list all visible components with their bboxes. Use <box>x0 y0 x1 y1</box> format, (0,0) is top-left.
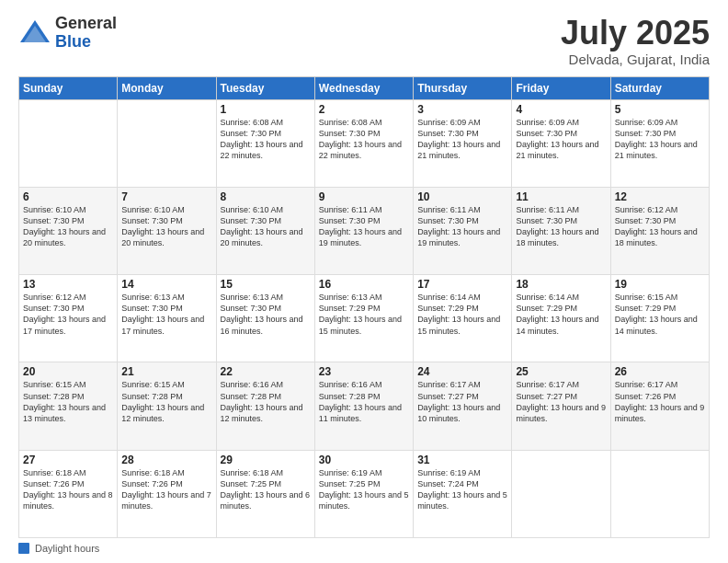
day-detail: Sunrise: 6:14 AM Sunset: 7:29 PM Dayligh… <box>516 292 606 337</box>
day-detail: Sunrise: 6:13 AM Sunset: 7:30 PM Dayligh… <box>121 292 211 337</box>
subtitle: Delvada, Gujarat, India <box>561 52 710 67</box>
day-number: 12 <box>615 190 705 203</box>
day-detail: Sunrise: 6:18 AM Sunset: 7:26 PM Dayligh… <box>121 467 211 512</box>
month-title: July 2025 <box>561 15 710 52</box>
calendar-week-row: 1Sunrise: 6:08 AM Sunset: 7:30 PM Daylig… <box>19 99 710 187</box>
logo-general: General <box>55 15 117 33</box>
day-detail: Sunrise: 6:15 AM Sunset: 7:29 PM Dayligh… <box>615 292 705 337</box>
day-number: 1 <box>221 103 311 116</box>
calendar-cell: 12Sunrise: 6:12 AM Sunset: 7:30 PM Dayli… <box>610 187 709 274</box>
calendar-table: SundayMondayTuesdayWednesdayThursdayFrid… <box>18 76 710 538</box>
calendar-cell: 8Sunrise: 6:10 AM Sunset: 7:30 PM Daylig… <box>216 187 314 274</box>
day-number: 2 <box>319 103 409 116</box>
day-number: 22 <box>221 365 311 378</box>
calendar-week-row: 20Sunrise: 6:15 AM Sunset: 7:28 PM Dayli… <box>19 362 710 450</box>
day-detail: Sunrise: 6:12 AM Sunset: 7:30 PM Dayligh… <box>23 292 113 337</box>
day-detail: Sunrise: 6:13 AM Sunset: 7:29 PM Dayligh… <box>319 292 409 337</box>
day-detail: Sunrise: 6:17 AM Sunset: 7:27 PM Dayligh… <box>417 379 507 424</box>
calendar-header-thursday: Thursday <box>414 76 512 99</box>
calendar-cell: 18Sunrise: 6:14 AM Sunset: 7:29 PM Dayli… <box>512 275 610 362</box>
day-detail: Sunrise: 6:10 AM Sunset: 7:30 PM Dayligh… <box>121 204 211 249</box>
calendar-cell: 20Sunrise: 6:15 AM Sunset: 7:28 PM Dayli… <box>19 362 118 450</box>
calendar-cell: 3Sunrise: 6:09 AM Sunset: 7:30 PM Daylig… <box>414 99 512 187</box>
calendar-cell: 14Sunrise: 6:13 AM Sunset: 7:30 PM Dayli… <box>118 275 216 362</box>
day-number: 11 <box>516 190 606 203</box>
day-detail: Sunrise: 6:18 AM Sunset: 7:25 PM Dayligh… <box>221 467 311 512</box>
logo: General Blue <box>18 15 117 52</box>
logo-blue: Blue <box>55 33 117 52</box>
calendar-cell: 25Sunrise: 6:17 AM Sunset: 7:27 PM Dayli… <box>512 362 610 450</box>
day-detail: Sunrise: 6:09 AM Sunset: 7:30 PM Dayligh… <box>615 117 705 162</box>
day-detail: Sunrise: 6:09 AM Sunset: 7:30 PM Dayligh… <box>417 117 507 162</box>
footer-label: Daylight hours <box>35 543 99 554</box>
calendar-cell <box>610 450 709 537</box>
day-detail: Sunrise: 6:09 AM Sunset: 7:30 PM Dayligh… <box>516 117 606 162</box>
calendar-header-sunday: Sunday <box>19 76 118 99</box>
calendar-cell: 13Sunrise: 6:12 AM Sunset: 7:30 PM Dayli… <box>19 275 118 362</box>
day-detail: Sunrise: 6:11 AM Sunset: 7:30 PM Dayligh… <box>417 204 507 249</box>
calendar-cell: 23Sunrise: 6:16 AM Sunset: 7:28 PM Dayli… <box>314 362 413 450</box>
day-detail: Sunrise: 6:18 AM Sunset: 7:26 PM Dayligh… <box>23 467 113 512</box>
day-number: 23 <box>319 365 409 378</box>
calendar-week-row: 6Sunrise: 6:10 AM Sunset: 7:30 PM Daylig… <box>19 187 710 274</box>
calendar-cell: 21Sunrise: 6:15 AM Sunset: 7:28 PM Dayli… <box>118 362 216 450</box>
day-detail: Sunrise: 6:17 AM Sunset: 7:26 PM Dayligh… <box>615 379 705 424</box>
day-number: 16 <box>319 278 409 291</box>
calendar-cell: 19Sunrise: 6:15 AM Sunset: 7:29 PM Dayli… <box>610 275 709 362</box>
day-number: 27 <box>23 454 113 466</box>
day-number: 17 <box>417 278 507 291</box>
calendar-cell: 16Sunrise: 6:13 AM Sunset: 7:29 PM Dayli… <box>314 275 413 362</box>
calendar-cell: 7Sunrise: 6:10 AM Sunset: 7:30 PM Daylig… <box>118 187 216 274</box>
calendar-header-row: SundayMondayTuesdayWednesdayThursdayFrid… <box>19 76 710 99</box>
footer-dot <box>18 543 29 554</box>
day-detail: Sunrise: 6:19 AM Sunset: 7:25 PM Dayligh… <box>319 467 409 512</box>
calendar-cell: 27Sunrise: 6:18 AM Sunset: 7:26 PM Dayli… <box>19 450 118 537</box>
day-number: 9 <box>319 190 409 203</box>
day-detail: Sunrise: 6:13 AM Sunset: 7:30 PM Dayligh… <box>221 292 311 337</box>
calendar-cell: 5Sunrise: 6:09 AM Sunset: 7:30 PM Daylig… <box>610 99 709 187</box>
day-detail: Sunrise: 6:19 AM Sunset: 7:24 PM Dayligh… <box>417 467 507 512</box>
day-number: 25 <box>516 365 606 378</box>
day-detail: Sunrise: 6:15 AM Sunset: 7:28 PM Dayligh… <box>121 379 211 424</box>
day-number: 10 <box>417 190 507 203</box>
day-detail: Sunrise: 6:10 AM Sunset: 7:30 PM Dayligh… <box>221 204 311 249</box>
calendar-cell: 17Sunrise: 6:14 AM Sunset: 7:29 PM Dayli… <box>414 275 512 362</box>
day-number: 15 <box>221 278 311 291</box>
footer: Daylight hours <box>18 543 710 554</box>
calendar-header-wednesday: Wednesday <box>314 76 413 99</box>
calendar-cell: 24Sunrise: 6:17 AM Sunset: 7:27 PM Dayli… <box>414 362 512 450</box>
day-detail: Sunrise: 6:12 AM Sunset: 7:30 PM Dayligh… <box>615 204 705 249</box>
day-number: 20 <box>23 365 113 378</box>
calendar-week-row: 13Sunrise: 6:12 AM Sunset: 7:30 PM Dayli… <box>19 275 710 362</box>
day-number: 28 <box>121 454 211 466</box>
calendar-cell <box>118 99 216 187</box>
day-detail: Sunrise: 6:10 AM Sunset: 7:30 PM Dayligh… <box>23 204 113 249</box>
calendar-cell: 28Sunrise: 6:18 AM Sunset: 7:26 PM Dayli… <box>118 450 216 537</box>
day-number: 4 <box>516 103 606 116</box>
calendar-cell: 6Sunrise: 6:10 AM Sunset: 7:30 PM Daylig… <box>19 187 118 274</box>
day-number: 26 <box>615 365 705 378</box>
page: General Blue July 2025 Delvada, Gujarat,… <box>0 0 728 563</box>
calendar-cell: 30Sunrise: 6:19 AM Sunset: 7:25 PM Dayli… <box>314 450 413 537</box>
day-number: 18 <box>516 278 606 291</box>
calendar-cell <box>512 450 610 537</box>
day-number: 31 <box>417 454 507 466</box>
header: General Blue July 2025 Delvada, Gujarat,… <box>18 15 710 67</box>
day-number: 5 <box>615 103 705 116</box>
day-number: 29 <box>221 454 311 466</box>
calendar-cell: 4Sunrise: 6:09 AM Sunset: 7:30 PM Daylig… <box>512 99 610 187</box>
day-detail: Sunrise: 6:16 AM Sunset: 7:28 PM Dayligh… <box>221 379 311 424</box>
calendar-header-friday: Friday <box>512 76 610 99</box>
calendar-cell: 15Sunrise: 6:13 AM Sunset: 7:30 PM Dayli… <box>216 275 314 362</box>
day-number: 21 <box>121 365 211 378</box>
calendar-header-tuesday: Tuesday <box>216 76 314 99</box>
day-detail: Sunrise: 6:11 AM Sunset: 7:30 PM Dayligh… <box>516 204 606 249</box>
day-number: 14 <box>121 278 211 291</box>
calendar-cell: 22Sunrise: 6:16 AM Sunset: 7:28 PM Dayli… <box>216 362 314 450</box>
logo-icon <box>18 17 51 50</box>
calendar-header-saturday: Saturday <box>610 76 709 99</box>
day-detail: Sunrise: 6:14 AM Sunset: 7:29 PM Dayligh… <box>417 292 507 337</box>
calendar-cell: 31Sunrise: 6:19 AM Sunset: 7:24 PM Dayli… <box>414 450 512 537</box>
calendar-cell <box>19 99 118 187</box>
day-detail: Sunrise: 6:08 AM Sunset: 7:30 PM Dayligh… <box>221 117 311 162</box>
